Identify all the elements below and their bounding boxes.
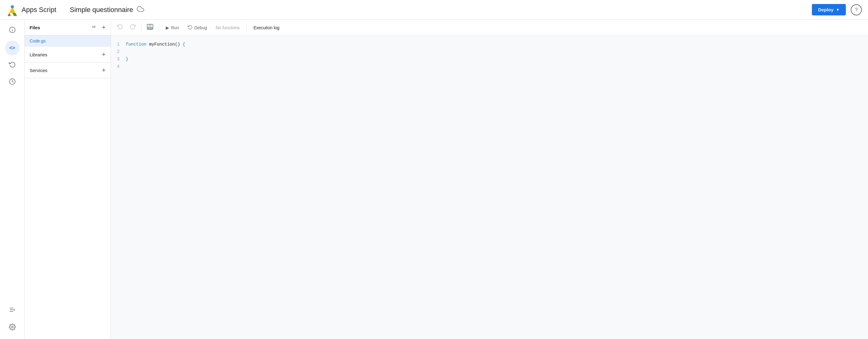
settings-icon [9, 324, 16, 332]
app-logo: Apps Script [6, 4, 56, 16]
code-icon: <> [9, 45, 15, 51]
line-number-1: 1 [111, 41, 126, 48]
toolbar-divider-2 [159, 24, 159, 31]
cloud-icon[interactable] [137, 5, 144, 14]
open-brace: { [183, 42, 185, 47]
run-button[interactable]: ▶ Run [162, 24, 183, 32]
function-name: myFunction() [149, 42, 183, 47]
runs-icon [9, 306, 16, 315]
icon-sidebar: <> [0, 20, 25, 339]
line-content-2 [126, 48, 128, 56]
close-brace: } [126, 57, 128, 62]
add-service-icon[interactable]: + [102, 66, 106, 74]
debug-icon [188, 25, 193, 31]
services-title: Services [30, 68, 102, 73]
keyword-function: function [126, 42, 146, 47]
line-number-4: 4 [111, 63, 126, 70]
app-name: Apps Script [22, 6, 56, 14]
info-icon [9, 27, 16, 35]
file-item-code-gs[interactable]: Code.gs [25, 35, 111, 47]
run-label: Run [171, 25, 179, 30]
save-button[interactable] [145, 22, 156, 33]
code-line-3: 3 } [111, 56, 868, 63]
files-sidebar: Files AZ + Code.gs Libraries + Services … [25, 20, 111, 339]
svg-point-4 [11, 5, 14, 8]
undo-button[interactable] [115, 22, 126, 33]
line-content-1: function myFunction() { [126, 41, 185, 48]
history-icon [9, 61, 16, 70]
libraries-section[interactable]: Libraries + [25, 47, 111, 63]
svg-marker-2 [12, 13, 17, 16]
sort-icon[interactable]: AZ [92, 24, 98, 31]
deploy-button[interactable]: Deploy ▼ [812, 4, 846, 15]
project-name: Simple questionnaire [70, 6, 133, 14]
redo-icon [129, 24, 135, 31]
no-functions-label: No functions [212, 25, 243, 30]
svg-point-13 [11, 326, 13, 328]
add-file-icon[interactable]: + [102, 24, 106, 31]
header: Apps Script Simple questionnaire Deploy … [0, 0, 868, 20]
debug-label: Debug [194, 25, 207, 30]
libraries-title: Libraries [30, 52, 102, 57]
code-button[interactable]: <> [5, 41, 20, 56]
triggers-icon [9, 78, 16, 87]
help-button[interactable]: ? [851, 4, 862, 15]
svg-marker-12 [13, 309, 15, 311]
code-line-4: 4 [111, 63, 868, 70]
line-number-2: 2 [111, 48, 126, 56]
line-content-3: } [126, 56, 128, 63]
run-icon: ▶ [166, 25, 169, 30]
code-editor[interactable]: 1 function myFunction() { 2 3 } 4 [111, 36, 868, 339]
toolbar: ▶ Run Debug No functions Execution log [111, 20, 868, 36]
svg-text:AZ: AZ [92, 25, 96, 28]
logo-svg [6, 4, 19, 16]
redo-button[interactable] [127, 22, 138, 33]
add-library-icon[interactable]: + [102, 50, 106, 59]
triggers-button[interactable] [5, 75, 20, 90]
services-section[interactable]: Services + [25, 63, 111, 78]
code-line-1: 1 function myFunction() { [111, 41, 868, 48]
svg-rect-16 [149, 24, 151, 26]
files-title: Files [30, 25, 89, 30]
save-icon [147, 24, 153, 32]
debug-button[interactable]: Debug [184, 23, 211, 32]
execution-log-button[interactable]: Execution log [250, 24, 283, 32]
editor-area: ▶ Run Debug No functions Execution log [111, 20, 868, 339]
code-line-2: 2 [111, 48, 868, 56]
body-layout: <> [0, 20, 868, 339]
undo-icon [117, 24, 123, 31]
history-button[interactable] [5, 58, 20, 73]
settings-button[interactable] [5, 320, 20, 335]
runs-button[interactable] [5, 303, 20, 318]
file-item-name: Code.gs [30, 38, 45, 43]
line-content-4 [126, 63, 128, 70]
info-button[interactable] [5, 24, 20, 38]
toolbar-divider-1 [141, 24, 142, 31]
files-header: Files AZ + [25, 20, 111, 35]
execution-log-label: Execution log [254, 25, 279, 30]
svg-marker-3 [8, 13, 11, 16]
svg-point-18 [150, 27, 151, 28]
line-number-3: 3 [111, 56, 126, 63]
deploy-chevron-icon: ▼ [836, 8, 840, 12]
